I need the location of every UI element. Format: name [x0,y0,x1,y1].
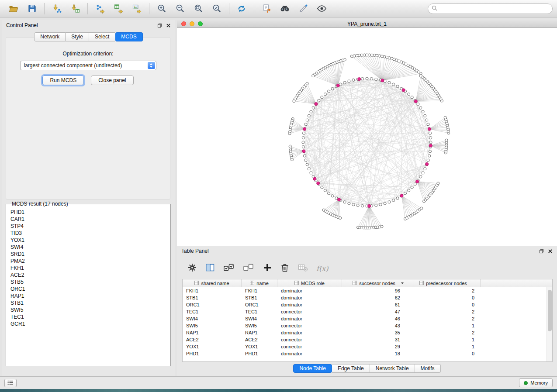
run-mcds-button[interactable]: Run MCDS [42,76,84,85]
column-header-MCDS-role[interactable]: MCDS role [277,279,342,287]
column-visibility-button[interactable] [205,263,215,274]
mcds-result-item[interactable]: ACE2 [10,272,169,279]
show-hide-details-icon [316,3,327,14]
search-field[interactable] [428,3,553,14]
mcds-result-item[interactable]: PHD1 [10,209,169,216]
mcds-result-box: MCDS result (17 nodes) PHD1CAR1STP4TID3Y… [6,204,171,366]
cell-successor-nodes: 96 [342,288,406,293]
marker-pen-button[interactable] [294,2,312,16]
mcds-result-item[interactable]: YOX1 [10,237,169,244]
show-hide-details-button[interactable] [312,2,331,16]
table-row[interactable]: ORC1ORC1dominator610 [183,301,552,308]
float-window-icon[interactable] [539,249,544,254]
mcds-result-item[interactable]: TEC1 [10,313,169,320]
panel-menu-button[interactable] [4,379,17,387]
open-file-button[interactable] [4,2,23,16]
table-row[interactable]: YOX1YOX1connector291 [183,343,552,350]
mcds-result-item[interactable]: STB5 [10,279,169,285]
mcds-result-item[interactable]: ORC1 [10,285,169,292]
save-session-button[interactable] [23,2,41,16]
table-row[interactable]: TEC1TEC1connector472 [183,308,552,315]
tab-node-table[interactable]: Node Table [293,364,332,373]
table-panel-titlebar: Table Panel [177,246,557,256]
import-network-button[interactable] [48,2,66,16]
tab-network[interactable]: Network [34,32,66,41]
cell-shared-name: YOX1 [183,344,242,349]
network-graph-canvas[interactable] [177,28,557,245]
column-header-name[interactable]: name [242,279,277,287]
export-network-button[interactable] [91,2,109,16]
optimization-criterion-select[interactable]: largest connected component (undirected) [20,61,156,70]
mcds-result-item[interactable]: STB1 [10,299,169,306]
select-all-button[interactable] [223,263,235,274]
delete-table-button[interactable] [298,263,308,274]
close-panel-button[interactable]: Close panel [91,76,133,85]
cell-name: SWI4 [242,316,277,321]
toolbar-icon-groups [4,2,331,16]
zoom-fit-button[interactable] [189,2,208,16]
zoom-out-button[interactable] [171,2,189,16]
scrollbar-thumb[interactable] [548,290,552,331]
column-header-predecessor-nodes[interactable]: predecessor nodes [406,279,481,287]
table-settings-button[interactable] [187,263,197,274]
table-row[interactable]: PHD1PHD1dominator180 [183,350,552,357]
search-network-button[interactable] [276,2,294,16]
close-panel-icon[interactable] [166,23,171,28]
mcds-result-item[interactable]: SWI4 [10,244,169,251]
mcds-result-item[interactable]: TID3 [10,230,169,237]
refresh-layout-button[interactable] [232,2,251,16]
mcds-result-item[interactable]: FKH1 [10,265,169,272]
close-panel-icon[interactable] [548,249,553,254]
table-toolbar: f(x) [182,260,328,277]
table-row[interactable]: SWI5SWI5connector431 [183,322,552,329]
close-window-button[interactable] [181,21,186,26]
table-scrollbar[interactable] [547,287,552,361]
import-table-button[interactable] [66,2,84,16]
export-table-button[interactable] [109,2,128,16]
cell-predecessor-nodes: 0 [406,351,481,356]
mcds-result-item[interactable]: SWI5 [10,306,169,313]
copy-network-button[interactable] [257,2,276,16]
table-row[interactable]: STB1STB1dominator620 [183,294,552,301]
column-header-shared-name[interactable]: shared name [183,279,242,287]
mcds-result-item[interactable]: RAP1 [10,292,169,299]
column-header-successor-nodes[interactable]: successor nodes [342,279,406,287]
export-image-button[interactable] [128,2,146,16]
zoom-selected-button[interactable] [208,2,226,16]
deselect-all-button[interactable] [243,263,254,274]
mcds-result-item[interactable]: CAR1 [10,216,169,223]
tab-motifs[interactable]: Motifs [415,364,441,373]
mcds-result-item[interactable]: PMA2 [10,258,169,265]
zoom-in-button[interactable] [152,2,171,16]
cell-shared-name: TEC1 [183,309,242,314]
tab-edge-table[interactable]: Edge Table [332,364,370,373]
add-column-button[interactable] [263,263,272,274]
zoom-window-button[interactable] [198,21,203,26]
mcds-result-list[interactable]: PHD1CAR1STP4TID3YOX1SWI4SRD1PMA2FKH1ACE2… [10,209,169,364]
table-row[interactable]: SWI4SWI4dominator462 [183,315,552,322]
tab-style[interactable]: Style [66,32,89,41]
float-window-icon[interactable] [157,23,162,28]
tab-select[interactable]: Select [89,32,115,41]
table-row[interactable]: FKH1FKH1dominator962 [183,287,552,294]
tab-mcds[interactable]: MCDS [115,32,142,41]
cell-predecessor-nodes: 1 [406,344,481,349]
table-row[interactable]: RAP1RAP1dominator352 [183,329,552,336]
cell-successor-nodes: 62 [342,295,406,300]
mcds-result-item[interactable]: SRD1 [10,251,169,258]
tab-network-table[interactable]: Network Table [370,364,415,373]
network-window-titlebar[interactable]: YPA_prune.txt_1 [177,20,557,28]
function-builder-button[interactable]: f(x) [316,265,328,273]
mcds-result-item[interactable]: GCR1 [10,320,169,327]
mcds-result-item[interactable]: STP4 [10,223,169,230]
cell-name: STB1 [242,295,277,300]
list-icon [7,379,14,387]
minimize-window-button[interactable] [190,21,194,26]
delete-column-button[interactable] [280,263,289,274]
cell-shared-name: PHD1 [183,351,242,356]
memory-button[interactable]: Memory [519,378,553,387]
table-row[interactable]: ACE2ACE2connector311 [183,336,552,343]
cell-shared-name: ORC1 [183,302,242,307]
search-input[interactable] [440,6,549,12]
cell-predecessor-nodes: 1 [406,337,481,342]
